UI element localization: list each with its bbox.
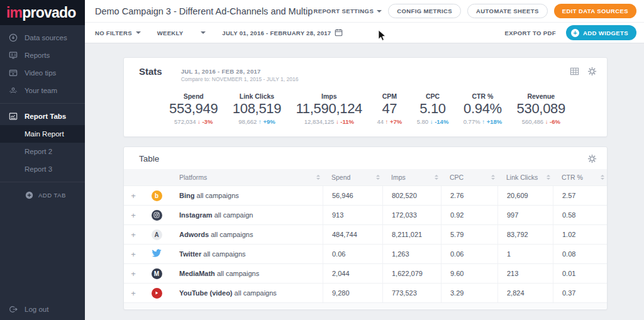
sidebar-item-your-team[interactable]: Your team — [0, 82, 85, 99]
reports-icon — [8, 50, 18, 60]
filters-dropdown[interactable]: NO FILTERS — [95, 30, 141, 36]
column-header-ctr[interactable]: CTR % — [553, 169, 607, 185]
column-header-link-clicks[interactable]: Link Clicks — [497, 169, 553, 185]
stats-dates: JUL 1, 2016 - FEB 28, 2017 Compare to: N… — [181, 66, 299, 82]
report-settings-label: REPORT SETTINGS — [313, 8, 374, 14]
table-row-twitter: + Twitter all campaigns 0.06 1,263 0.06 … — [124, 244, 607, 263]
automate-sheets-label: AUTOMATE SHEETS — [476, 8, 539, 14]
sidebar-item-label: Your team — [25, 87, 57, 94]
toolbar-right: EXPORT TO PDF + ADD WIDGETS — [504, 25, 636, 40]
spend-cell: 56,946 — [323, 186, 382, 205]
sidebar-item-reports[interactable]: Reports — [0, 47, 85, 64]
ctr-cell: 0.37 — [553, 284, 607, 302]
sidebar-item-report-tabs[interactable]: Report Tabs — [0, 108, 85, 125]
table-row-mediamath: + M MediaMath all campaigns 2,044 1,622,… — [124, 263, 607, 283]
expand-row-button[interactable]: + — [124, 230, 143, 240]
column-header-imps[interactable]: Imps — [382, 169, 441, 185]
date-range-picker[interactable]: JULY 01, 2016 - FEBRUARY 28, 2017 — [222, 28, 343, 38]
link-clicks-cell: 2,824 — [497, 284, 553, 302]
table-view-icon[interactable] — [569, 66, 579, 76]
filters-label: NO FILTERS — [95, 30, 132, 36]
column-header-spend[interactable]: Spend — [323, 169, 382, 185]
trend-arrow-icon: ↓ — [430, 118, 433, 125]
metric-comparison: 44 ↑ +7% — [377, 118, 402, 125]
imps-cell: 773,523 — [382, 284, 441, 302]
ctr-cell: 0.08 — [553, 245, 607, 263]
stats-metrics-row: Spend 553,949 572,034 ↓ -3% Link Clicks … — [124, 82, 607, 136]
sort-icon[interactable] — [435, 175, 438, 180]
stats-date-range: JUL 1, 2016 - FEB 28, 2017 — [181, 66, 299, 75]
sort-icon[interactable] — [491, 175, 495, 180]
top-header: Demo Campaign 3 - Different Ad-Channels … — [85, 0, 644, 23]
sidebar-nav: Data sources Reports Video tips Your tea… — [0, 25, 85, 299]
imps-cell: 172,033 — [382, 206, 441, 224]
sidebar-item-label: Report 3 — [25, 165, 52, 173]
config-metrics-label: CONFIG METRICS — [397, 8, 452, 14]
date-range-label: JULY 01, 2016 - FEBRUARY 28, 2017 — [222, 30, 331, 36]
config-metrics-button[interactable]: CONFIG METRICS — [388, 4, 461, 18]
page-title: Demo Campaign 3 - Different Ad-Channels … — [95, 6, 313, 16]
report-settings-button[interactable]: REPORT SETTINGS — [313, 8, 382, 14]
sort-icon[interactable] — [376, 175, 380, 180]
link-clicks-cell: 83,792 — [497, 225, 553, 244]
expand-row-button[interactable]: + — [124, 211, 143, 220]
metric-cpc: CPC 5.10 5.80 ↓ -14% — [417, 92, 449, 125]
spend-cell: 9,280 — [323, 284, 382, 302]
gear-icon[interactable] — [587, 153, 597, 163]
granularity-dropdown[interactable]: WEEKLY — [157, 30, 206, 36]
expand-row-button[interactable]: + — [124, 289, 143, 298]
ctr-cell: 0.01 — [553, 264, 607, 283]
sidebar-item-label: Report 2 — [25, 148, 52, 155]
stats-widget-actions — [569, 66, 597, 76]
ctr-cell: 0.58 — [553, 206, 607, 224]
sidebar-item-report-2[interactable]: Report 2 — [0, 143, 85, 160]
add-widgets-button[interactable]: + ADD WIDGETS — [566, 25, 636, 40]
imps-cell: 1,263 — [382, 245, 441, 263]
expand-row-button[interactable]: + — [124, 191, 143, 201]
sidebar-item-logout[interactable]: Log out — [0, 299, 85, 320]
sidebar-item-label: Video tips — [25, 69, 56, 77]
cpc-cell: 2.76 — [441, 186, 497, 205]
column-header-cpc[interactable]: CPC — [441, 169, 497, 185]
edit-data-sources-button[interactable]: EDIT DATA SOURCES — [554, 4, 636, 18]
add-tab-button[interactable]: ADD TAB — [0, 186, 85, 204]
sort-icon[interactable] — [316, 175, 320, 180]
expand-row-button[interactable]: + — [124, 250, 143, 259]
chevron-down-icon — [377, 10, 382, 13]
sidebar-item-main-report[interactable]: Main Report — [0, 125, 85, 143]
sidebar-divider — [0, 103, 85, 104]
metric-imps: Imps 11,590,124 12,834,125 ↓ -11% — [296, 92, 362, 125]
report-tabs-icon — [8, 111, 18, 121]
metric-value: 553,949 — [169, 101, 218, 117]
metric-label: CTR % — [464, 92, 502, 100]
metric-label: Imps — [296, 92, 362, 100]
your-team-icon — [8, 86, 18, 96]
metric-comparison: 98,662 ↑ +9% — [233, 118, 281, 125]
calendar-icon — [335, 28, 343, 38]
metric-comparison: 0.77% ↑ +18% — [464, 118, 502, 125]
sidebar-item-video-tips[interactable]: Video tips — [0, 64, 85, 82]
table-row-adwords: + A Adwords all campaigns 484,744 8,211,… — [124, 224, 607, 244]
column-header-platforms[interactable]: Platforms — [170, 169, 323, 185]
spend-cell: 2,044 — [323, 264, 382, 283]
improvado-logo[interactable]: improvado — [0, 0, 85, 25]
sidebar-item-data-sources[interactable]: Data sources — [0, 29, 85, 47]
twitter-icon — [152, 249, 162, 259]
metric-comparison: 572,034 ↓ -3% — [169, 118, 218, 125]
metric-spend: Spend 553,949 572,034 ↓ -3% — [169, 92, 218, 125]
stats-title: Stats — [139, 66, 162, 77]
header-actions: REPORT SETTINGS CONFIG METRICS AUTOMATE … — [313, 4, 636, 18]
cpc-cell: 5.79 — [441, 225, 497, 244]
spend-cell: 0.06 — [323, 245, 382, 263]
sort-icon[interactable] — [601, 175, 604, 180]
imps-cell: 802,520 — [382, 186, 441, 205]
expand-row-button[interactable]: + — [124, 269, 143, 279]
automate-sheets-button[interactable]: AUTOMATE SHEETS — [467, 4, 548, 18]
sort-icon[interactable] — [547, 175, 550, 180]
export-to-pdf-button[interactable]: EXPORT TO PDF — [504, 30, 556, 36]
sidebar-divider — [0, 182, 85, 182]
sidebar-item-report-3[interactable]: Report 3 — [0, 160, 85, 178]
table-row-youtube: + YouTube (video) all campaigns 9,280 77… — [124, 283, 607, 302]
platform-cell: Twitter all campaigns — [170, 250, 323, 258]
gear-icon[interactable] — [587, 66, 597, 76]
